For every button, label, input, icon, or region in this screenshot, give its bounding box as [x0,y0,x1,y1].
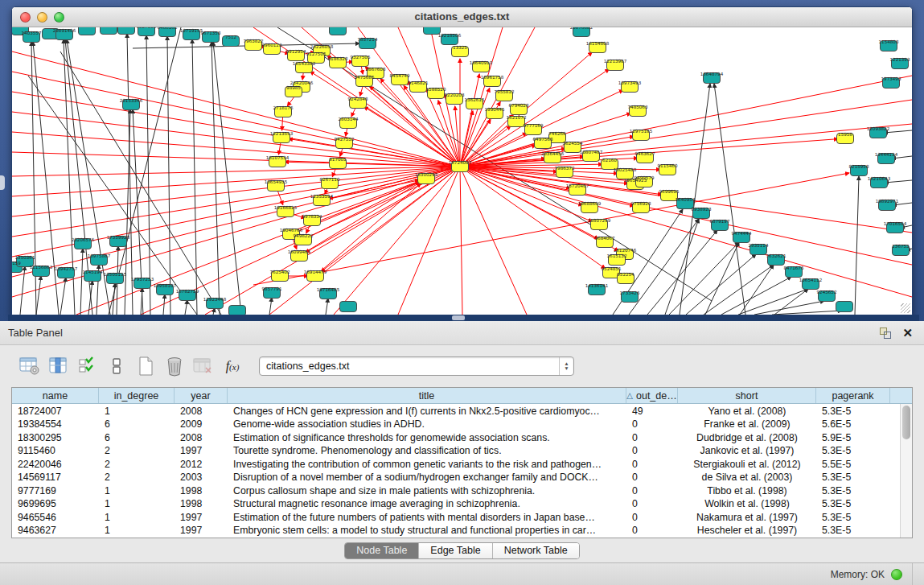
table-row[interactable]: 969969511998Structural magnetic resonanc… [12,497,912,511]
cell-name: 18300295 [12,431,99,444]
cell-in_degree: 1 [99,524,175,538]
table-scrollbar[interactable] [900,404,912,538]
column-header-title[interactable]: title [228,388,626,403]
svg-text:1640954: 1640954 [676,197,696,202]
cell-pagerank: 5.3E-5 [816,497,890,511]
svg-text:7857214: 7857214 [358,37,378,42]
float-panel-icon[interactable] [880,328,891,339]
svg-text:3624554: 3624554 [563,141,583,146]
tab-edge-table[interactable]: Edge Table [419,543,492,558]
table-row[interactable]: 946554611997Estimation of the future num… [12,510,912,524]
table-row[interactable]: 1456911722003Disruption of a novel membe… [12,471,912,484]
table-scrollbar-thumb[interactable] [902,406,910,439]
svg-text:8267110: 8267110 [320,177,340,182]
table-row[interactable]: 911546021997Tourette syndrome. Phenomeno… [12,444,912,458]
svg-text:8215958: 8215958 [849,164,869,169]
new-column-file-icon[interactable] [132,352,159,380]
column-header-name[interactable]: name [12,388,99,403]
svg-text:2935114: 2935114 [749,243,769,248]
cell-title: Changes of HCN gene expression and I(f) … [228,404,626,418]
svg-text:16154808: 16154808 [586,41,610,46]
svg-text:13942757: 13942757 [55,266,78,271]
cell-short: Yano et al. (2008) [678,404,816,418]
table-row[interactable]: 977716911998Corpus callosum shape and si… [12,484,912,497]
cell-out_de: 0 [626,497,678,511]
tab-node-table[interactable]: Node Table [345,543,419,558]
svg-text:952254: 952254 [617,272,634,277]
cell-in_degree: 2 [99,457,175,471]
network-canvas[interactable]: 1403557208914061065328715270026466162107… [12,27,912,315]
show-columns-icon[interactable] [45,352,72,380]
svg-text:1350361: 1350361 [15,255,35,260]
svg-text:1615132: 1615132 [607,253,627,258]
table-row[interactable]: 1938455462009Genome-wide association stu… [12,418,912,431]
cell-year: 2012 [175,457,228,471]
svg-text:6466162: 6466162 [158,27,178,30]
cell-short: Tibbo et al. (1998) [678,484,816,497]
svg-text:18300295: 18300295 [415,172,438,177]
column-header-year[interactable]: year [175,388,228,403]
close-panel-icon[interactable]: ✕ [902,328,913,339]
svg-text:9524851: 9524851 [602,266,622,271]
table-selector-dropdown[interactable]: citations_edges.txt ▲▼ [259,356,574,376]
window-titlebar[interactable]: citations_edges.txt [12,7,912,27]
cell-pagerank: 5.3E-5 [816,471,890,484]
column-header-out_de[interactable]: △out_de… [626,388,678,403]
column-header-in_degree[interactable]: in_degree [99,388,175,403]
table-panel-header: Table Panel ✕ [0,321,924,345]
window-resize-grip[interactable] [901,303,910,313]
cell-in_degree: 1 [99,510,175,524]
cell-name: 9115460 [12,444,99,458]
stacked-squares-icon[interactable] [103,352,130,380]
cell-name: 9465546 [12,510,99,524]
delete-trash-icon[interactable] [161,352,188,380]
west-panel-collapse-handle[interactable] [0,175,5,190]
citation-network-graph[interactable]: 1403557208914061065328715270026466162107… [12,27,912,315]
cell-out_de: 0 [626,484,678,497]
cell-in_degree: 1 [99,497,175,511]
cell-year: 1997 [175,524,228,538]
svg-text:9463627: 9463627 [635,151,655,156]
svg-text:7512: 7512 [225,35,236,39]
table-mode-gear-icon[interactable] [16,352,43,380]
cell-short: Stergiakouli et al. (2012) [678,457,816,471]
svg-text:19046766: 19046766 [280,228,303,233]
svg-text:8186328: 8186328 [328,56,348,61]
column-header-pagerank[interactable]: pagerank [816,388,890,403]
svg-text:8912954: 8912954 [286,49,306,54]
svg-text:10688609: 10688609 [578,201,602,206]
column-header-short[interactable]: short [678,388,816,403]
svg-text:39159: 39159 [12,261,21,266]
svg-text:1362615: 1362615 [465,97,485,102]
svg-text:12923448: 12923448 [203,297,227,302]
table-row[interactable]: 2242004622012Investigating the contribut… [12,457,912,471]
cell-title: Genome-wide association studies in ADHD. [228,418,626,431]
svg-text:817005: 817005 [329,157,347,162]
column-checklist-icon[interactable] [74,352,101,380]
import-table-icon [190,352,217,380]
svg-text:7632621: 7632621 [766,253,786,258]
table-row[interactable]: 1830029562008Estimation of significance … [12,431,912,444]
split-pane-handle[interactable] [452,315,465,320]
svg-text:16648794: 16648794 [700,72,724,76]
svg-text:15720407: 15720407 [566,183,589,188]
svg-text:1154808: 1154808 [879,39,899,44]
svg-text:19218506: 19218506 [438,33,462,38]
function-builder-icon[interactable]: f(x) [219,352,246,380]
table-row[interactable]: 1872400712008Changes of HCN gene express… [12,404,912,418]
svg-text:9777169: 9777169 [524,123,544,128]
tab-network-table[interactable]: Network Table [493,543,579,558]
svg-text:6879197: 6879197 [710,219,730,224]
table-toolbar: f(x) citations_edges.txt ▲▼ [0,345,924,386]
cell-pagerank: 5.3E-5 [816,404,890,418]
svg-text:1733426: 1733426 [620,290,640,295]
svg-text:9327505: 9327505 [351,55,371,60]
svg-text:8960123: 8960123 [262,43,282,47]
svg-text:17016504: 17016504 [884,221,907,226]
svg-text:7963822: 7963822 [244,39,264,43]
cell-out_de: 0 [626,418,678,431]
dropdown-stepper-icon[interactable]: ▲▼ [559,357,573,375]
svg-text:6794028: 6794028 [509,103,529,108]
svg-text:8427552: 8427552 [335,137,355,142]
table-row[interactable]: 946362711997Embryonic stem cells: a mode… [12,524,912,538]
